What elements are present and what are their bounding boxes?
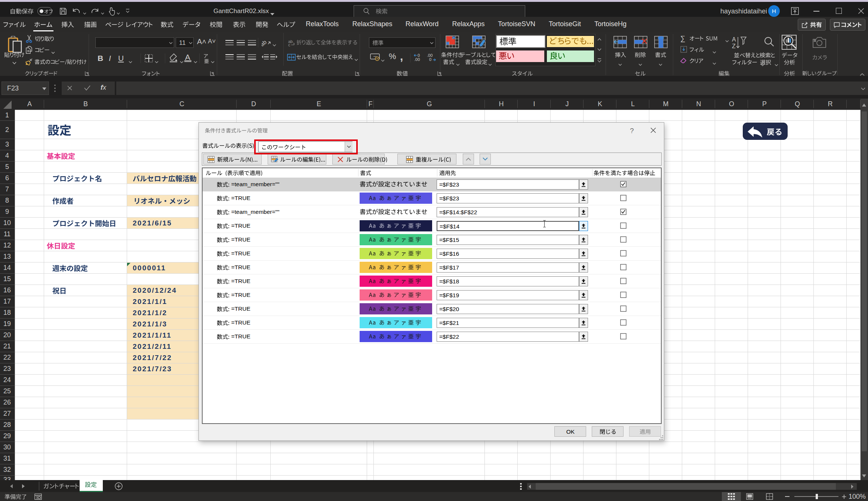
svg-text:Z: Z bbox=[732, 43, 736, 49]
svg-text:ab: ab bbox=[262, 39, 268, 47]
svg-text:c: c bbox=[288, 43, 290, 46]
svg-text:0: 0 bbox=[429, 57, 431, 62]
svg-text:A: A bbox=[732, 36, 736, 43]
svg-text:.00: .00 bbox=[414, 57, 420, 62]
